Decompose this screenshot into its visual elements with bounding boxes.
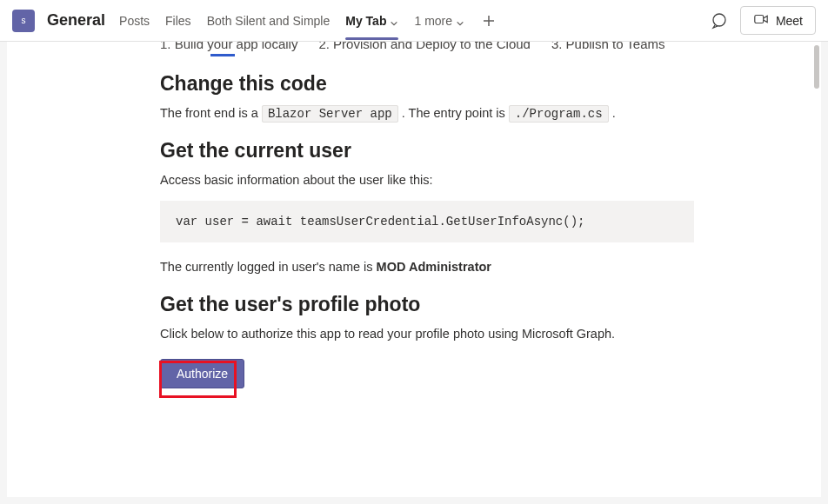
code-blazor: Blazor Server app [262, 105, 398, 123]
code-program: ./Program.cs [509, 105, 609, 123]
authorize-button[interactable]: Authorize [160, 359, 244, 388]
text-segment: . The entry point is [402, 106, 509, 120]
heading-change-code: Change this code [160, 72, 694, 96]
tab-posts[interactable]: Posts [119, 14, 150, 28]
page-content: 1. Build your app locally 2. Provision a… [7, 42, 694, 423]
scrollbar[interactable] [814, 45, 819, 89]
change-code-text: The front end is a Blazor Server app . T… [160, 104, 694, 123]
meet-button[interactable]: Meet [740, 6, 816, 35]
step-1[interactable]: 1. Build your app locally [160, 42, 297, 51]
logged-in-user-text: The currently logged in user's name is M… [160, 258, 694, 277]
tab-files[interactable]: Files [165, 14, 191, 28]
heading-current-user: Get the current user [160, 139, 694, 162]
tab-my-tab-label: My Tab [345, 14, 386, 28]
tab-more[interactable]: 1 more [414, 14, 464, 28]
code-block-user: var user = await teamsUserCredential.Get… [160, 201, 694, 242]
tab-my-tab[interactable]: My Tab [345, 14, 398, 28]
step-3[interactable]: 3. Publish to Teams [551, 42, 665, 51]
current-user-desc: Access basic information about the user … [160, 171, 694, 190]
tab-both-silent[interactable]: Both Silent and Simple [207, 14, 331, 28]
svg-rect-1 [755, 16, 764, 23]
chat-icon[interactable] [711, 12, 728, 30]
tab-more-label: 1 more [414, 14, 452, 28]
user-name: MOD Administrator [377, 260, 491, 274]
steps-nav: 1. Build your app locally 2. Provision a… [160, 42, 694, 51]
svg-point-0 [713, 14, 725, 26]
header-actions: Meet [711, 6, 816, 35]
video-icon [753, 11, 769, 30]
step-2[interactable]: 2. Provision and Deploy to the Cloud [318, 42, 530, 51]
text-segment: The front end is a [160, 106, 262, 120]
channel-title: General [47, 11, 105, 30]
chevron-down-icon [390, 17, 398, 25]
heading-profile-photo: Get the user's profile photo [160, 293, 694, 316]
profile-photo-desc: Click below to authorize this app to rea… [160, 325, 694, 344]
channel-header: s General Posts Files Both Silent and Si… [0, 0, 828, 42]
text-segment: The currently logged in user's name is [160, 260, 377, 274]
chevron-down-icon [456, 17, 464, 25]
text-segment: . [612, 106, 616, 120]
channel-tabs: Posts Files Both Silent and Simple My Ta… [119, 12, 711, 30]
tab-content-area: 1. Build your app locally 2. Provision a… [7, 42, 821, 497]
app-badge-icon: s [12, 10, 35, 32]
add-tab-button[interactable] [480, 12, 497, 30]
meet-label: Meet [776, 14, 803, 28]
